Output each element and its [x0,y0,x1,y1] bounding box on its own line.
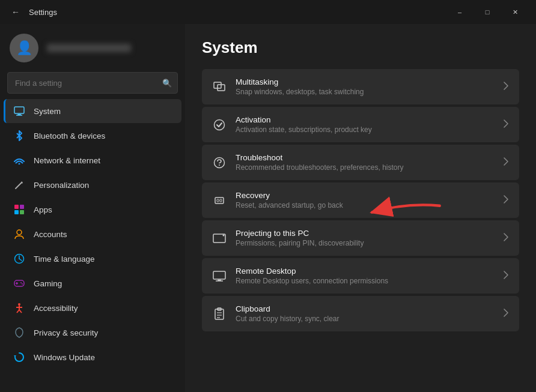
setting-title: Projecting to this PC [236,229,494,238]
setting-title: Remote Desktop [236,267,494,276]
svg-marker-24 [14,355,16,357]
setting-item-projecting[interactable]: Projecting to this PCPermissions, pairin… [202,220,519,256]
svg-line-23 [19,310,22,313]
network-icon [13,154,25,166]
setting-title: Multitasking [236,77,494,86]
close-button[interactable]: ✕ [501,2,529,22]
setting-title: Clipboard [236,304,494,313]
svg-rect-32 [220,199,222,202]
minimize-button[interactable]: – [446,2,474,22]
sidebar-item-label: Bluetooth & devices [34,131,105,140]
privacy-icon [13,327,25,339]
user-name [47,44,131,52]
sidebar-item-accessibility[interactable]: Accessibility [4,296,181,320]
back-button[interactable]: ← [7,4,24,20]
chevron-right-icon [504,233,508,243]
svg-line-4 [16,182,22,188]
sidebar-item-label: System [34,107,61,116]
sidebar-item-label: Accounts [34,230,67,239]
chevron-right-icon [504,309,508,319]
svg-point-34 [223,234,225,236]
sidebar-item-apps[interactable]: Apps [4,198,181,222]
recovery-icon [213,194,226,207]
svg-rect-31 [217,199,219,202]
setting-desc: Reset, advanced startup, go back [236,201,494,210]
sidebar-item-gaming[interactable]: Gaming [4,271,181,295]
user-profile[interactable]: 👤 [0,24,185,70]
chevron-right-icon [504,195,508,205]
sidebar-item-network[interactable]: Network & internet [4,148,181,172]
system-icon [13,105,25,117]
page-title: System [202,38,519,57]
titlebar: ← Settings – □ ✕ [0,0,536,24]
setting-desc: Remote Desktop users, connection permiss… [236,277,494,285]
time-icon [13,253,25,265]
avatar: 👤 [10,34,38,62]
setting-item-recovery[interactable]: RecoveryReset, advanced startup, go back [202,182,519,218]
troubleshoot-icon [213,156,226,169]
multitasking-icon [213,80,226,94]
svg-point-3 [19,163,20,165]
main-content: System MultitaskingSnap windows, desktop… [185,24,536,392]
svg-point-17 [20,282,22,283]
settings-list: MultitaskingSnap windows, desktops, task… [202,69,519,331]
personalization-icon [13,179,25,191]
setting-title: Troubleshoot [236,153,494,162]
sidebar-item-label: Privacy & security [34,328,98,337]
chevron-right-icon [504,82,508,92]
search-box: 🔍 [7,72,178,94]
sidebar-item-personalization[interactable]: Personalization [4,173,181,197]
setting-desc: Recommended troubleshooters, preferences… [236,163,494,172]
apps-icon [13,204,25,216]
svg-rect-0 [14,107,24,113]
avatar-icon: 👤 [16,40,32,56]
nav-list: SystemBluetooth & devicesNetwork & inter… [0,98,185,370]
sidebar: 👤 🔍 SystemBluetooth & devicesNetwork & i… [0,24,185,392]
window-controls: – □ ✕ [446,2,529,22]
gaming-icon [13,277,25,289]
search-input[interactable] [7,72,178,94]
setting-desc: Snap windows, desktops, task switching [236,88,494,96]
sidebar-item-system[interactable]: System [4,99,181,123]
sidebar-item-label: Apps [34,205,52,214]
svg-rect-30 [215,198,224,204]
setting-item-multitasking[interactable]: MultitaskingSnap windows, desktops, task… [202,69,519,104]
sidebar-item-label: Accessibility [34,304,78,313]
sidebar-item-windows-update[interactable]: Windows Update [4,345,181,369]
maximize-button[interactable]: □ [474,2,501,22]
setting-item-activation[interactable]: ActivationActivation state, subscription… [202,107,519,142]
sidebar-item-accounts[interactable]: Accounts [4,222,181,246]
sidebar-item-time[interactable]: Time & language [4,247,181,271]
svg-line-13 [19,259,22,261]
sidebar-item-label: Gaming [34,279,62,288]
svg-point-10 [17,230,22,235]
setting-item-clipboard[interactable]: ClipboardCut and copy history, sync, cle… [202,296,519,331]
svg-point-27 [215,119,225,130]
sidebar-item-privacy[interactable]: Privacy & security [4,321,181,345]
sidebar-item-label: Personalization [34,181,89,190]
bluetooth-icon [13,130,25,142]
sidebar-item-label: Network & internet [34,156,100,165]
svg-rect-7 [20,205,24,209]
setting-desc: Activation state, subscriptions, product… [236,125,494,134]
sidebar-item-bluetooth[interactable]: Bluetooth & devices [4,124,181,148]
setting-title: Recovery [236,191,494,200]
svg-rect-8 [14,210,19,214]
setting-title: Activation [236,115,494,124]
projecting-icon [213,232,226,245]
svg-point-29 [219,164,220,166]
svg-point-18 [22,283,23,285]
remote-desktop-icon [213,270,226,283]
setting-item-remote-desktop[interactable]: Remote DesktopRemote Desktop users, conn… [202,258,519,294]
setting-desc: Permissions, pairing PIN, discoverabilit… [236,239,494,247]
svg-rect-35 [213,271,225,279]
chevron-right-icon [504,157,508,167]
clipboard-icon [213,307,226,321]
svg-rect-6 [14,205,19,209]
svg-point-19 [18,303,20,306]
svg-rect-9 [20,210,24,214]
windows-update-icon [13,351,25,363]
setting-item-troubleshoot[interactable]: TroubleshootRecommended troubleshooters,… [202,145,519,180]
accounts-icon [13,228,25,240]
accessibility-icon [13,302,25,314]
